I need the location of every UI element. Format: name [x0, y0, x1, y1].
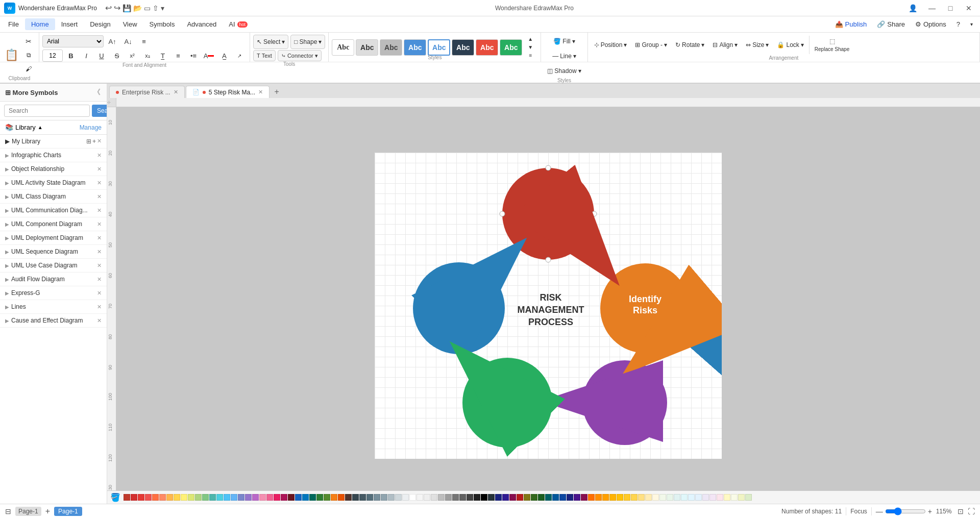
bold-button[interactable]: B — [64, 49, 78, 62]
color-swatch[interactable] — [709, 494, 716, 501]
styles-down-btn[interactable]: ▼ — [523, 44, 537, 51]
avatar-icon[interactable]: 👤 — [904, 3, 921, 14]
color-swatch[interactable] — [388, 494, 395, 501]
color-swatch[interactable] — [552, 494, 559, 501]
color-swatch[interactable] — [238, 494, 244, 501]
color-swatch[interactable] — [395, 494, 402, 501]
close-uml-sequence[interactable]: ✕ — [97, 249, 102, 255]
color-swatch[interactable] — [124, 494, 130, 501]
style-abc-5[interactable]: Abc — [428, 39, 450, 56]
cut-button[interactable]: ✂ — [21, 35, 36, 48]
diagram-area[interactable]: Identify Risks Identify Risks — [375, 153, 722, 459]
color-swatch[interactable] — [259, 494, 266, 501]
font-size-input[interactable] — [42, 50, 63, 62]
menu-insert[interactable]: Insert — [55, 18, 84, 30]
color-swatch[interactable] — [131, 494, 137, 501]
format-expand[interactable]: ↗ — [232, 49, 247, 62]
color-swatch[interactable] — [188, 494, 194, 501]
font-name-dropdown[interactable]: Arial Times New Roman Calibri — [42, 35, 104, 47]
color-swatch[interactable] — [266, 494, 273, 501]
color-swatch[interactable] — [567, 494, 573, 501]
help-button[interactable]: ? — [951, 18, 965, 30]
color-swatch[interactable] — [702, 494, 709, 501]
rotate-btn[interactable]: ↻ Rotate ▾ — [672, 38, 707, 52]
menu-ai[interactable]: AI hot — [223, 18, 254, 30]
color-swatch[interactable] — [209, 494, 216, 501]
color-swatch[interactable] — [724, 494, 730, 501]
sidebar-item-object-relationship[interactable]: ▶ Object Relationship ✕ — [0, 162, 107, 176]
color-swatch[interactable] — [688, 494, 695, 501]
color-swatch[interactable] — [738, 494, 745, 501]
color-swatch[interactable] — [731, 494, 738, 501]
color-swatch[interactable] — [195, 494, 202, 501]
color-swatch[interactable] — [295, 494, 302, 501]
color-swatch[interactable] — [288, 494, 295, 501]
superscript-button[interactable]: x² — [125, 49, 139, 62]
sidebar-item-express-g[interactable]: ▶ Express-G ✕ — [0, 286, 107, 300]
color-swatch[interactable] — [459, 494, 466, 501]
list-btn[interactable]: ≡ — [171, 49, 185, 62]
color-swatch[interactable] — [509, 494, 516, 501]
color-swatch[interactable] — [559, 494, 566, 501]
close-uml-class[interactable]: ✕ — [97, 193, 102, 200]
menu-view[interactable]: View — [117, 18, 143, 30]
color-swatch[interactable] — [224, 494, 230, 501]
sidebar-item-cause-effect[interactable]: ▶ Cause and Effect Diagram ✕ — [0, 314, 107, 328]
sidebar-item-infographic[interactable]: ▶ Infographic Charts ✕ — [0, 149, 107, 162]
color-swatch[interactable] — [474, 494, 480, 501]
select-tool-button[interactable]: ↖ Select ▾ — [253, 35, 288, 49]
sidebar-item-uml-component[interactable]: ▶ UML Component Diagram ✕ — [0, 217, 107, 231]
sidebar-item-uml-usecase[interactable]: ▶ UML Use Case Diagram ✕ — [0, 259, 107, 273]
decrease-font-btn[interactable]: A↓ — [121, 35, 135, 48]
close-cause-effect[interactable]: ✕ — [97, 317, 102, 324]
color-swatch[interactable] — [152, 494, 159, 501]
zoom-slider[interactable] — [885, 507, 926, 515]
connector-tool-button[interactable]: ⤷ Connector ▾ — [278, 50, 322, 61]
share-button[interactable]: 🔗 Share — [872, 18, 910, 30]
zoom-in-btn[interactable]: + — [928, 507, 932, 515]
sidebar-collapse-btn[interactable]: 《 — [92, 87, 102, 98]
close-object[interactable]: ✕ — [97, 166, 102, 172]
open-button[interactable]: 📂 — [133, 3, 142, 13]
color-swatch[interactable] — [595, 494, 602, 501]
close-uml-activity[interactable]: ✕ — [97, 180, 102, 186]
close-uml-deployment[interactable]: ✕ — [97, 235, 102, 241]
style-abc-7[interactable]: Abc — [476, 39, 498, 56]
page-tab-2[interactable]: Page-1 — [54, 507, 82, 516]
color-swatch[interactable] — [402, 494, 409, 501]
subscript-button[interactable]: x₂ — [140, 49, 155, 62]
style-abc-2[interactable]: Abc — [356, 39, 378, 56]
fullscreen-btn[interactable]: ⛶ — [968, 507, 975, 515]
color-swatch[interactable] — [624, 494, 630, 501]
search-button[interactable]: Search — [92, 105, 107, 117]
color-swatch[interactable] — [631, 494, 638, 501]
close-express-g[interactable]: ✕ — [97, 290, 102, 297]
color-swatch[interactable] — [245, 494, 252, 501]
color-swatch[interactable] — [681, 494, 688, 501]
size-btn[interactable]: ⇔ Size ▾ — [743, 38, 772, 52]
color-swatch[interactable] — [324, 494, 330, 501]
menu-design[interactable]: Design — [84, 18, 116, 30]
fill-color-btn[interactable]: A̲ — [217, 49, 231, 62]
strikethrough-button[interactable]: S — [110, 49, 124, 62]
color-swatch[interactable] — [695, 494, 702, 501]
text-tool-button[interactable]: T Text — [253, 50, 276, 61]
color-swatch[interactable] — [495, 494, 502, 501]
color-swatch[interactable] — [431, 494, 437, 501]
manage-link[interactable]: Manage — [80, 124, 102, 131]
color-swatch[interactable] — [138, 494, 144, 501]
color-swatch[interactable] — [331, 494, 337, 501]
color-swatch[interactable] — [538, 494, 545, 501]
color-swatch[interactable] — [159, 494, 166, 501]
tab-enterprise-risk[interactable]: Enterprise Risk ... ✕ — [109, 86, 185, 98]
save-button[interactable]: 💾 — [122, 3, 131, 13]
color-swatch[interactable] — [281, 494, 287, 501]
sidebar-item-uml-class[interactable]: ▶ UML Class Diagram ✕ — [0, 190, 107, 204]
color-swatch[interactable] — [438, 494, 445, 501]
bullet-btn[interactable]: •≡ — [186, 49, 201, 62]
sidebar-item-uml-comm[interactable]: ▶ UML Communication Diag... ✕ — [0, 204, 107, 217]
close-library-icon[interactable]: ✕ — [97, 138, 102, 145]
menu-advanced[interactable]: Advanced — [181, 18, 223, 30]
tab-close-2[interactable]: ✕ — [258, 89, 263, 95]
position-btn[interactable]: ⊹ Position ▾ — [591, 38, 630, 52]
